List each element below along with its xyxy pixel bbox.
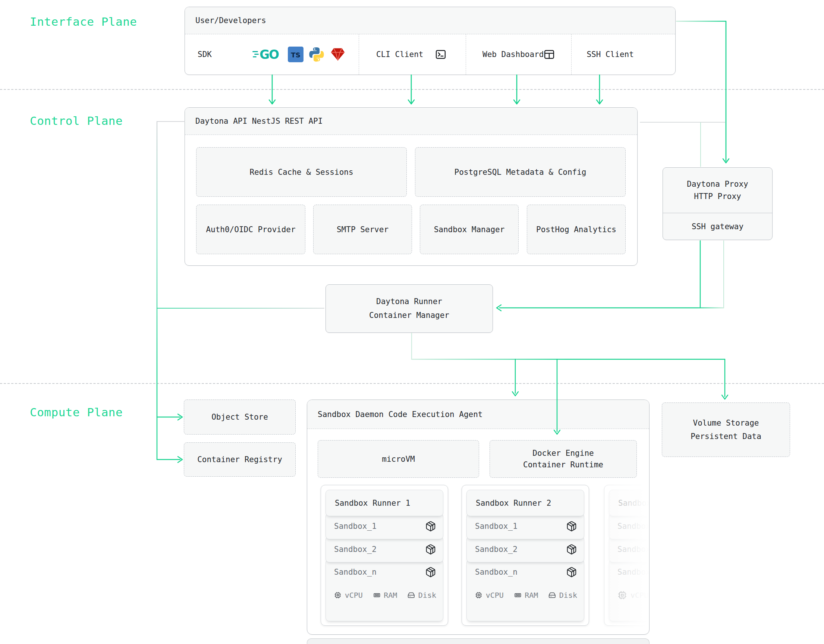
vcpu-label: vCPU (345, 591, 363, 600)
package-cube-icon (566, 544, 577, 555)
ruby-logo-icon (330, 46, 346, 63)
sandbox-row-label: Sandbox_2 (475, 545, 518, 554)
smtp-label: SMTP Server (337, 223, 389, 236)
sandbox-row-last: Sandbox_n vCPU (609, 560, 649, 621)
go-logo-icon: GO (252, 46, 283, 63)
object-store-label: Object Store (211, 411, 268, 423)
posthog-label: PostHog Analytics (536, 223, 616, 236)
hard-drive-icon (407, 590, 415, 600)
container-manager-label: Container Manager (369, 308, 449, 322)
interface-control-separator (0, 89, 824, 90)
sandbox-row-label: Sandbox_n (618, 567, 649, 577)
vcpu-label: vCPU (630, 591, 649, 600)
ram-label: RAM (524, 591, 538, 600)
ram-label: RAM (384, 591, 397, 600)
auth0-label: Auth0/OIDC Provider (206, 223, 295, 236)
user-developers-box: User/Developers SDK GO (184, 7, 676, 75)
daytona-proxy-label: Daytona Proxy (687, 178, 748, 190)
sdk-cell: SDK GO TS (185, 34, 359, 75)
sandbox-row: Sandbox_2 (609, 536, 649, 563)
sandbox-daemon-box: Sandbox Daemon Code Execution Agent micr… (307, 400, 650, 635)
package-cube-icon (425, 521, 436, 532)
redis-box: Redis Cache & Sessions (196, 147, 407, 197)
persistent-data-label: Persistent Data (690, 430, 761, 443)
sandbox-row-label: Sandbox_2 (334, 545, 377, 554)
ssh-gateway-label: SSH gateway (692, 222, 744, 231)
sandbox-row-label: Sandbox_1 (334, 522, 377, 531)
auth0-box: Auth0/OIDC Provider (196, 205, 305, 254)
user-developers-cells: SDK GO TS (185, 34, 675, 75)
layout-dashboard-icon (544, 49, 555, 60)
package-cube-icon (425, 566, 436, 578)
terminal-icon (435, 49, 446, 60)
sandbox-row: Sandbox_1 (609, 513, 649, 539)
vcpu-label: vCPU (486, 591, 504, 600)
sandbox-daemon-header: Sandbox Daemon Code Execution Agent (307, 400, 649, 429)
sandbox-row-label: Sandbox_n (334, 567, 377, 577)
interface-plane-label: Interface Plane (30, 15, 137, 28)
sandbox-runner-2-title-text: Sandbox Runner 2 (476, 499, 551, 508)
package-cube-icon (566, 521, 577, 532)
postgresql-box: PostgreSQL Metadata & Config (415, 147, 626, 197)
sandbox-row-label: Sandbox_n (475, 567, 518, 577)
smtp-box: SMTP Server (313, 205, 412, 254)
volume-storage-label: Volume Storage (693, 416, 759, 430)
sandbox-row-label: Sandbox_2 (618, 545, 649, 554)
typescript-logo-icon: TS (288, 47, 303, 62)
memory-stick-icon (514, 590, 522, 600)
sandbox-runner-1-title-text: Sandbox Runner 1 (335, 499, 410, 508)
sandbox-manager-label: Sandbox Manager (434, 223, 505, 236)
cli-client-cell: CLI Client (359, 34, 466, 75)
sandbox-row: Sandbox_2 (466, 536, 584, 563)
control-plane-label: Control Plane (30, 114, 123, 127)
daytona-runner-label: Daytona Runner (376, 295, 442, 308)
web-dashboard-cell: Web Dashboard (466, 34, 571, 75)
object-store-box: Object Store (184, 400, 296, 435)
container-registry-box: Container Registry (184, 442, 296, 477)
redis-label: Redis Cache & Sessions (249, 166, 353, 178)
sandbox-runner-2-card: Sandbox Runner 2 Sandbox_1 Sandbox_2 San… (461, 485, 589, 626)
microvm-box: microVM (318, 440, 479, 478)
sdk-label: SDK (198, 50, 212, 59)
volume-storage-box: Volume Storage Persistent Data (662, 403, 790, 457)
daytona-runner-box: Daytona Runner Container Manager (326, 284, 493, 333)
cpu-chip-icon (618, 590, 627, 600)
postgresql-label: PostgreSQL Metadata & Config (454, 166, 586, 178)
package-cube-icon (425, 544, 436, 555)
sandbox-row: Sandbox_2 (326, 536, 443, 563)
architecture-diagram: Interface Plane Control Plane Compute Pl… (0, 0, 824, 644)
disk-label: Disk (559, 591, 577, 600)
docker-engine-box: Docker Engine Container Runtime (490, 440, 637, 478)
daytona-api-box: Daytona API NestJS REST API Redis Cache … (184, 107, 638, 266)
ssh-client-label: SSH Client (586, 50, 633, 59)
cpu-chip-icon (334, 590, 341, 600)
docker-engine-label: Docker Engine (532, 448, 593, 459)
sandbox-runner-1-card: Sandbox Runner 1 Sandbox_1 Sandbox_2 San… (321, 485, 448, 626)
ssh-client-cell: SSH Client (571, 34, 675, 75)
posthog-box: PostHog Analytics (527, 205, 626, 254)
sandbox-row-last: Sandbox_n vCPU RAM Disk (466, 560, 584, 621)
sandbox-runner-1-title: Sandbox Runner 1 (326, 490, 443, 516)
sandbox-runner-3-title-text: Sandbox (618, 499, 649, 508)
user-developers-title: User/Developers (195, 16, 266, 25)
sandbox-row: Sandbox_1 (466, 513, 584, 539)
container-runtime-label: Container Runtime (523, 459, 603, 471)
package-cube-icon (566, 566, 577, 578)
svg-text:TS: TS (291, 51, 300, 59)
sandbox-runner-3-title: Sandbox (609, 490, 649, 516)
clipped-next-row (307, 638, 650, 644)
sandbox-row-label: Sandbox_1 (475, 522, 518, 531)
control-compute-separator (0, 383, 824, 384)
cpu-chip-icon (475, 590, 483, 600)
web-dashboard-label: Web Dashboard (483, 50, 544, 59)
resources-footer: vCPU RAM Disk (334, 590, 436, 600)
resources-footer: vCPU (618, 590, 649, 600)
sandbox-row-last: Sandbox_n vCPU RAM Disk (326, 560, 443, 621)
python-logo-icon (308, 46, 325, 63)
daytona-api-header: Daytona API NestJS REST API (185, 108, 637, 135)
sandbox-row: Sandbox_1 (326, 513, 443, 539)
ssh-gateway-section: SSH gateway (663, 213, 772, 240)
sandbox-runner-2-title: Sandbox Runner 2 (466, 490, 584, 516)
svg-text:GO: GO (260, 48, 279, 62)
container-registry-label: Container Registry (197, 453, 282, 466)
